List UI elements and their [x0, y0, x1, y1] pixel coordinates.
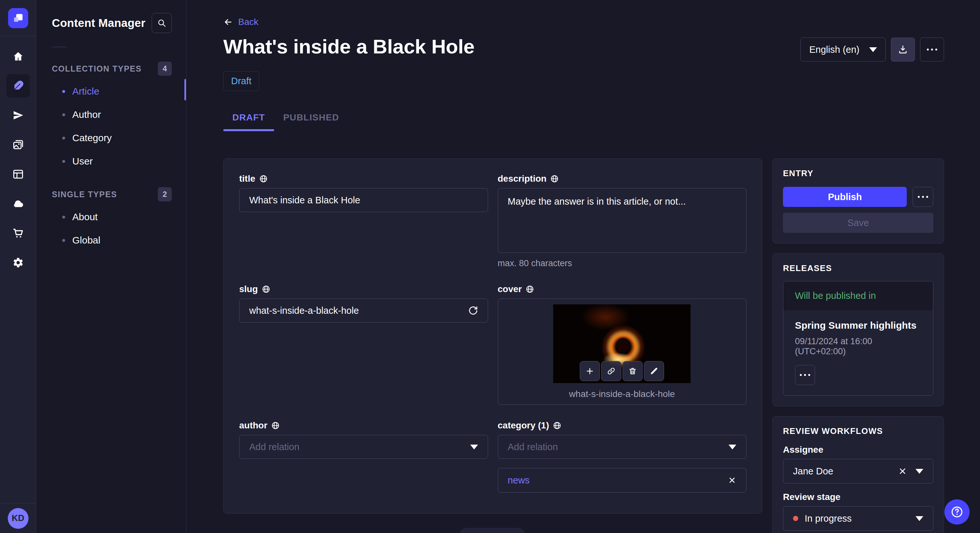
trash-icon — [628, 367, 637, 375]
globe-icon — [553, 421, 561, 430]
collection-types-count-badge: 4 — [158, 62, 172, 76]
category-placeholder: Add relation — [508, 442, 558, 452]
logo-section — [0, 0, 36, 36]
delete-media-button[interactable] — [622, 361, 643, 381]
pencil-icon — [650, 367, 658, 375]
clear-assignee-button[interactable] — [898, 466, 907, 476]
globe-icon — [262, 285, 270, 293]
author-placeholder: Add relation — [249, 442, 299, 452]
page-title: What's inside a Black Hole — [223, 35, 474, 58]
send-icon[interactable] — [6, 104, 30, 127]
locale-select[interactable]: English (en) — [800, 38, 886, 62]
sidebar-item-author[interactable]: Author — [52, 103, 172, 126]
slug-label: slug — [239, 284, 258, 294]
sidebar-item-user[interactable]: User — [52, 150, 172, 173]
stage-status-dot — [793, 516, 798, 521]
sidebar-item-about[interactable]: About — [52, 205, 172, 228]
bullet-icon — [62, 239, 65, 242]
header-controls: English (en) — [800, 38, 944, 62]
edit-media-button[interactable] — [644, 361, 664, 381]
description-hint: max. 80 characters — [498, 259, 747, 268]
settings-gear-icon[interactable] — [6, 251, 30, 274]
strapi-logo-icon — [12, 12, 24, 24]
author-relation-select[interactable]: Add relation — [239, 435, 488, 459]
help-button[interactable] — [944, 499, 970, 525]
media-library-icon[interactable] — [6, 133, 30, 156]
sidebar-item-label: Global — [72, 235, 100, 246]
edit-form-panel: title description Maybe the answer is in — [223, 159, 762, 514]
release-date: 09/11/2024 at 16:00 (UTC+02:00) — [795, 336, 921, 357]
sidebar-title: Content Manager — [52, 16, 145, 30]
field-cover: cover — [498, 284, 747, 405]
entry-panel: ENTRY Publish Save — [772, 159, 944, 244]
title-input[interactable] — [249, 195, 478, 206]
add-media-button[interactable] — [580, 361, 600, 381]
review-stage-select[interactable]: In progress — [783, 506, 933, 531]
entry-more-button[interactable] — [913, 187, 933, 207]
review-stage-value: In progress — [805, 513, 852, 524]
assignee-select[interactable]: Jane Doe — [783, 459, 933, 484]
ellipsis-icon — [800, 374, 810, 376]
category-relation-select[interactable]: Add relation — [498, 435, 747, 459]
release-title: Spring Summer highlights — [795, 320, 921, 331]
refresh-icon — [468, 306, 478, 316]
cover-label: cover — [498, 284, 522, 294]
release-more-button[interactable] — [795, 365, 815, 385]
cloud-icon[interactable] — [6, 192, 30, 215]
publish-button[interactable]: Publish — [783, 187, 907, 207]
single-types-list: About Global — [52, 205, 172, 252]
rail-nav — [6, 45, 30, 274]
remove-relation-button[interactable] — [728, 476, 736, 484]
content-manager-feather-icon[interactable] — [6, 74, 30, 97]
slug-input[interactable] — [249, 305, 468, 316]
globe-icon — [550, 174, 559, 183]
chevron-down-icon — [869, 47, 877, 52]
sidebar-item-label: Article — [72, 86, 99, 97]
field-category: category (1) Add relation news — [498, 420, 747, 493]
relation-link-news[interactable]: news — [508, 475, 530, 486]
cart-icon[interactable] — [6, 222, 30, 245]
copy-link-button[interactable] — [601, 361, 621, 381]
tab-draft[interactable]: DRAFT — [223, 113, 274, 131]
globe-icon — [271, 421, 280, 430]
bullet-icon — [62, 90, 65, 93]
search-button[interactable] — [152, 13, 172, 33]
user-avatar[interactable]: KD — [8, 508, 29, 529]
layout-icon[interactable] — [6, 163, 30, 186]
single-types-count-badge: 2 — [158, 187, 172, 201]
strapi-logo[interactable] — [8, 8, 28, 28]
title-label: title — [239, 174, 255, 184]
tab-published[interactable]: PUBLISHED — [274, 113, 348, 131]
globe-icon — [526, 285, 534, 293]
sidebar-item-article[interactable]: Article — [52, 80, 172, 103]
field-slug: slug — [239, 284, 488, 405]
link-icon — [607, 367, 616, 375]
locale-value: English (en) — [809, 44, 859, 55]
download-icon — [898, 45, 908, 54]
home-icon[interactable] — [6, 45, 30, 68]
category-label: category (1) — [498, 420, 549, 431]
export-button[interactable] — [891, 38, 915, 62]
bullet-icon — [62, 136, 65, 140]
close-icon — [728, 476, 736, 484]
chevron-down-icon — [729, 444, 736, 449]
sidebar-item-global[interactable]: Global — [52, 228, 172, 252]
chevron-down-icon — [915, 516, 923, 521]
releases-heading: RELEASES — [783, 263, 933, 273]
more-actions-button[interactable] — [920, 38, 944, 62]
release-card: Will be published in Spring Summer highl… — [783, 281, 933, 396]
back-link[interactable]: Back — [223, 17, 258, 27]
version-tabs: DRAFT PUBLISHED — [223, 113, 944, 131]
description-textarea[interactable]: Maybe the answer is in this article, or … — [498, 188, 747, 253]
sidebar-item-label: About — [72, 211, 97, 222]
main-content: Back What's inside a Black Hole English … — [186, 0, 980, 533]
regenerate-slug-button[interactable] — [468, 306, 478, 316]
back-label: Back — [238, 17, 258, 27]
section-title-single-types: SINGLE TYPES — [52, 190, 117, 199]
active-item-indicator — [185, 79, 186, 100]
save-button[interactable]: Save — [783, 213, 933, 233]
sidebar-item-category[interactable]: Category — [52, 126, 172, 150]
black-hole-image — [553, 305, 690, 383]
bullet-icon — [62, 160, 65, 163]
sidebar-item-label: Category — [72, 132, 112, 143]
